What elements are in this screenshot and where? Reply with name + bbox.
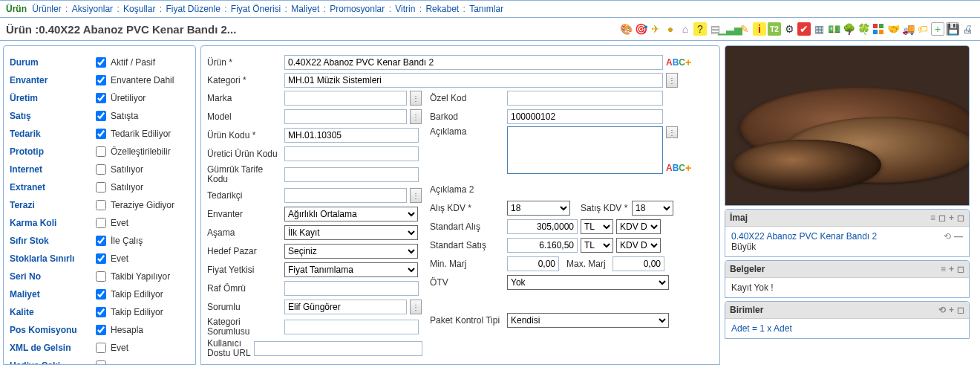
tedarikci-input[interactable] [284,188,407,203]
yetki-select[interactable]: Fiyat Tanımlama [284,262,418,277]
left-checkbox-0[interactable] [96,57,106,68]
abc-icon-2[interactable]: ABC+ [666,162,691,174]
left-label-2[interactable]: Üretim [10,93,91,103]
left-label-1[interactable]: Envanter [10,75,91,85]
tool-check-icon[interactable]: ✔ [797,22,811,36]
nav-aksiyonlar[interactable]: Aksiyonlar [72,4,113,14]
std-alis-curr-select[interactable]: TL [581,219,613,234]
birimler-plus-icon[interactable]: + [949,305,954,315]
left-checkbox-4[interactable] [96,129,106,139]
tool-info-icon[interactable]: i [753,22,766,36]
satis-kdv-select[interactable]: 18 [632,201,673,216]
nav-fiyat-onerisi[interactable]: Fiyat Önerisi [231,4,281,14]
imaj-list-icon[interactable] [930,213,935,223]
paket-select[interactable]: Kendisi [507,313,669,328]
raf-input[interactable] [284,281,419,296]
model-input[interactable] [284,109,407,124]
marka-input[interactable] [284,91,407,106]
model-lookup-icon[interactable]: ⋮ [410,109,422,124]
left-label-7[interactable]: Extranet [10,182,91,192]
left-checkbox-17[interactable] [96,360,106,365]
left-checkbox-3[interactable] [96,111,106,121]
barkod-input[interactable] [507,109,663,124]
nav-rekabet[interactable]: Rekabet [425,4,459,14]
belgeler-box-icon[interactable] [957,264,964,274]
nav-tanimlar[interactable]: Tanımlar [469,4,503,14]
left-checkbox-15[interactable] [96,325,106,335]
left-label-11[interactable]: Stoklarla Sınırlı [10,253,91,264]
nav-urun[interactable]: Ürün [6,4,27,14]
nav-vitrin[interactable]: Vitrin [395,4,415,14]
left-checkbox-6[interactable] [96,164,106,175]
left-checkbox-7[interactable] [96,182,106,192]
url-input[interactable] [254,341,422,356]
left-label-12[interactable]: Seri No [10,271,91,282]
urun-input[interactable] [284,55,663,70]
std-satis-input[interactable] [507,238,578,253]
imaj-minus-icon[interactable] [954,231,963,242]
max-marj-input[interactable] [612,256,664,271]
tool-wand-icon[interactable]: ✎ [738,22,751,36]
urun-kodu-input[interactable] [284,128,419,143]
tool-chart-icon[interactable]: ▁▃▅ [723,22,736,36]
left-label-9[interactable]: Karma Koli [10,218,91,228]
left-checkbox-5[interactable] [96,146,106,157]
std-satis-curr-select[interactable]: TL [581,238,613,253]
tool-home-icon[interactable]: ⌂ [679,22,692,36]
tool-target-icon[interactable]: 🎯 [634,22,647,36]
aciklama-textarea[interactable] [507,126,663,174]
tool-save-icon[interactable]: 💾 [946,22,959,36]
tool-t2-icon[interactable]: T2 [768,22,781,36]
tool-lifebuoy-icon[interactable]: ⚙ [783,22,796,36]
left-checkbox-10[interactable] [96,236,106,246]
ozelkod-input[interactable] [507,91,663,106]
gumruk-input[interactable] [284,167,419,182]
tool-help-icon[interactable]: ? [693,22,707,36]
left-label-5[interactable]: Prototip [10,146,91,157]
imaj-box2-icon[interactable] [957,213,964,223]
std-alis-type-select[interactable]: KDV D. [616,219,661,234]
birimler-box-icon[interactable] [957,305,964,315]
std-satis-type-select[interactable]: KDV D. [616,238,661,253]
nav-urunler[interactable]: Ürünler [32,4,61,14]
tool-add-icon[interactable]: + [931,22,944,36]
tool-leaf-icon[interactable]: 🍀 [857,22,870,36]
left-label-8[interactable]: Terazi [10,200,91,210]
left-label-10[interactable]: Sıfır Stok [10,236,91,246]
left-checkbox-11[interactable] [96,253,106,264]
otv-select[interactable]: Yok [507,275,669,290]
left-label-15[interactable]: Pos Komisyonu [10,325,91,335]
uretici-kodu-input[interactable] [284,146,419,161]
sorumlu-input[interactable] [284,300,407,314]
left-label-14[interactable]: Kalite [10,307,91,317]
envanter-select[interactable]: Ağırlıklı Ortalama [284,207,418,221]
tool-grid-icon[interactable] [872,22,885,36]
marka-lookup-icon[interactable]: ⋮ [410,91,422,106]
left-checkbox-16[interactable] [96,343,106,353]
tool-truck-icon[interactable]: 🚚 [901,22,915,36]
left-label-4[interactable]: Tedarik [10,129,91,139]
belgeler-plus-icon[interactable]: + [949,264,954,274]
asama-select[interactable]: İlk Kayıt [284,225,418,240]
birimler-item[interactable]: Adet = 1 x Adet [731,323,792,334]
imaj-refresh-icon[interactable] [944,231,951,242]
tool-palette-icon[interactable]: 🎨 [619,22,633,36]
tool-coin-icon[interactable]: ● [664,22,677,36]
tool-print-icon[interactable]: 🖨 [961,22,974,36]
nav-maliyet[interactable]: Maliyet [291,4,319,14]
left-label-17[interactable]: Hediye Çeki [10,360,91,365]
aciklama-expand-icon[interactable]: ⋮ [666,126,678,138]
nav-fiyat-duzenle[interactable]: Fiyat Düzenle [166,4,220,14]
left-checkbox-8[interactable] [96,200,106,210]
hedef-select[interactable]: Seçiniz [284,244,418,259]
left-label-0[interactable]: Durum [10,57,91,68]
tool-money-icon[interactable]: 💵 [827,22,840,36]
abc-icon[interactable]: ABC+ [666,56,691,68]
kategori-input[interactable] [284,73,663,88]
left-label-6[interactable]: Internet [10,164,91,175]
left-checkbox-1[interactable] [96,75,106,85]
left-checkbox-12[interactable] [96,271,106,282]
left-checkbox-2[interactable] [96,93,106,103]
nav-kosullar[interactable]: Koşullar [123,4,155,14]
birimler-refresh-icon[interactable] [938,305,946,315]
